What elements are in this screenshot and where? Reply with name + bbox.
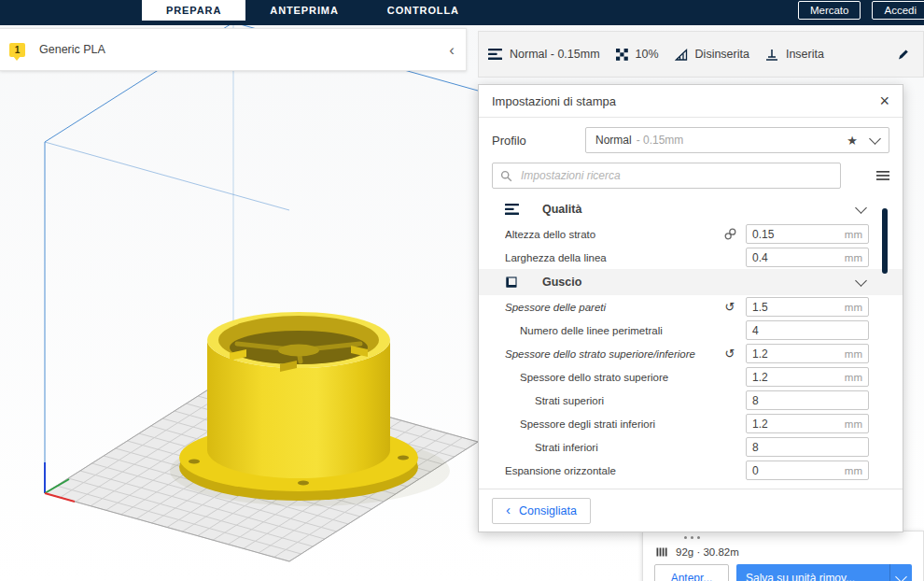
filament-spool-icon (656, 546, 668, 558)
adhesion-icon (765, 49, 778, 61)
stage-tabs: PREPARA ANTEPRIMA CONTROLLA (142, 0, 483, 21)
save-button[interactable]: Salva su unità rimov... (736, 564, 889, 581)
print-info-card: 92g · 30.82m Antepr... Salva su unità ri… (642, 531, 924, 581)
drag-handle-icon[interactable] (684, 536, 700, 539)
recommended-mode-button[interactable]: ‹ Consigliata (492, 498, 591, 524)
summary-adhesion: Inserita (765, 48, 824, 61)
save-split-button: Salva su unità rimov... (736, 564, 912, 581)
material-config-card[interactable]: 1 Generic PLA ‹ (0, 28, 467, 71)
collapse-panel-icon[interactable]: ‹ (449, 42, 455, 58)
close-icon[interactable]: × (879, 92, 889, 109)
search-box[interactable] (492, 163, 841, 189)
print-settings-summary-bar[interactable]: Normal - 0.15mm 10% Disinserita Inserita (478, 31, 924, 78)
setting-input[interactable]: 8 (746, 390, 869, 410)
setting-row[interactable]: Spessore dello strato superiore 1.2 mm (479, 365, 903, 389)
setting-input[interactable]: 1.2 mm (746, 344, 869, 363)
chevron-down-icon (869, 133, 881, 145)
setting-row[interactable]: Numero delle linee perimetrali 4 (479, 319, 903, 342)
setting-row[interactable]: Strati superiori 8 (479, 389, 903, 412)
profile-label: Profilo (492, 134, 585, 148)
chevron-left-icon: ‹ (506, 503, 511, 517)
summary-infill: 10% (616, 48, 659, 61)
link-icon[interactable] (720, 228, 740, 240)
setting-row[interactable]: Spessore degli strati inferiori 1.2 mm (479, 412, 903, 435)
setting-input[interactable]: 4 (746, 320, 869, 340)
star-icon[interactable]: ★ (847, 134, 858, 148)
infill-icon (616, 49, 628, 61)
setting-row[interactable]: Larghezza della linea 0.4 mm (479, 246, 903, 269)
setting-input[interactable]: 1.2 mm (746, 414, 869, 433)
tab-preview[interactable]: ANTEPRIMA (245, 0, 363, 21)
revert-icon[interactable]: ↺ (720, 347, 740, 361)
section-row-shell[interactable]: Guscio (479, 269, 903, 295)
setting-row[interactable]: Strati inferiori 8 (479, 435, 903, 459)
profile-row: Profilo Normal - 0.15mm ★ (492, 127, 889, 153)
top-bar: PREPARA ANTEPRIMA CONTROLLA Mercato Acce… (0, 0, 924, 25)
chevron-down-icon (855, 275, 867, 287)
section-row-quality[interactable]: Qualità (479, 196, 903, 222)
account-button[interactable]: Accedi (872, 1, 924, 20)
settings-visibility-menu-icon[interactable] (876, 170, 889, 181)
shell-icon (505, 276, 519, 289)
marketplace-button[interactable]: Mercato (798, 1, 861, 20)
setting-row[interactable]: Spessore delle pareti ↺ 1.5 mm (479, 295, 903, 319)
panel-header: Impostazioni di stampa × (479, 85, 903, 118)
edit-settings-pencil-icon[interactable] (897, 48, 910, 61)
cura-window: PREPARA ANTEPRIMA CONTROLLA Mercato Acce… (0, 0, 924, 581)
profile-dropdown[interactable]: Normal - 0.15mm ★ (585, 127, 889, 153)
settings-list: Qualità Altezza dello strato 0.15 mm Lar… (479, 196, 903, 482)
setting-input[interactable]: 0.4 mm (746, 248, 869, 267)
search-row (492, 163, 889, 189)
setting-input[interactable]: 1.2 mm (746, 367, 869, 387)
chevron-down-icon (895, 571, 907, 581)
setting-row[interactable]: Spessore dello strato superiore/inferior… (479, 342, 903, 365)
search-input[interactable] (519, 168, 833, 183)
setting-row[interactable]: Altezza dello strato 0.15 mm (479, 222, 903, 246)
tab-monitor[interactable]: CONTROLLA (363, 0, 483, 21)
material-name: Generic PLA (39, 43, 105, 56)
summary-profile: Normal - 0.15mm (488, 48, 600, 61)
support-icon (675, 49, 688, 61)
save-dropdown-button[interactable] (889, 564, 912, 581)
setting-input[interactable]: 8 (746, 437, 869, 457)
panel-title: Impostazioni di stampa (492, 94, 616, 108)
summary-support: Disinserita (675, 48, 749, 61)
layers-icon (488, 49, 502, 60)
quality-icon (505, 204, 519, 215)
extruder-badge: 1 (9, 43, 25, 57)
setting-row[interactable]: Espansione orizzontale 0 mm (479, 459, 903, 482)
scrollbar-thumb[interactable] (882, 208, 888, 274)
print-settings-panel: Impostazioni di stampa × Profilo Normal … (478, 84, 903, 532)
tab-prepare[interactable]: PREPARA (142, 0, 245, 21)
revert-icon[interactable]: ↺ (720, 300, 740, 314)
model-cylinder[interactable] (170, 312, 450, 506)
preview-button[interactable]: Antepr... (654, 564, 729, 581)
setting-input[interactable]: 0.15 mm (746, 224, 869, 244)
setting-input[interactable]: 1.5 mm (746, 297, 869, 317)
setting-input[interactable]: 0 mm (746, 461, 869, 480)
material-usage: 92g · 30.82m (676, 546, 739, 558)
panel-footer: ‹ Consigliata (479, 489, 903, 531)
search-icon (500, 170, 512, 182)
extruder-number: 1 (15, 45, 21, 55)
chevron-down-icon (855, 202, 867, 214)
